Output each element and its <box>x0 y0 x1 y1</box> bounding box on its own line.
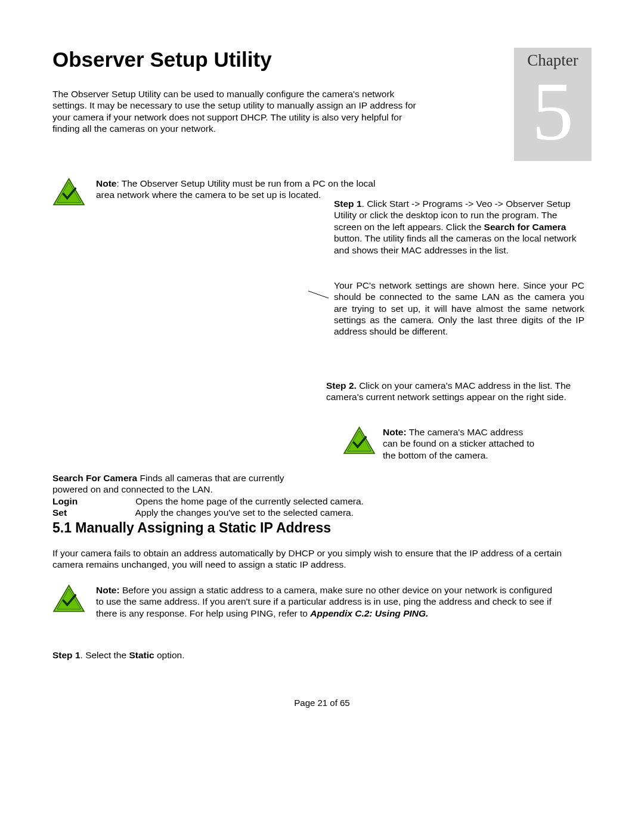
note-2-text: Note: The camera's MAC address can be fo… <box>383 426 538 461</box>
note-2-label: Note: <box>383 427 407 437</box>
page-number: Page 21 of 65 <box>0 698 644 708</box>
def-set-label: Set <box>52 507 133 518</box>
chapter-number: 5 <box>514 70 592 153</box>
def-login-label: Login <box>52 496 133 507</box>
step-1-label: Step 1 <box>334 199 362 209</box>
def-search-label: Search For Camera <box>52 472 137 484</box>
step-1b-bold: Static <box>129 650 154 660</box>
section-5-1-step-1: Step 1. Select the Static option. <box>52 650 184 661</box>
chapter-box: Chapter 5 <box>514 48 592 161</box>
section-5-1-heading: 5.1 Manually Assigning a Static IP Addre… <box>52 520 331 536</box>
pointer-line-icon <box>307 290 331 303</box>
step-1-text-b: button. The utility finds all the camera… <box>334 233 576 255</box>
step-2-label: Step 2. <box>326 380 357 391</box>
step-2-paragraph: Step 2. Click on your camera's MAC addre… <box>326 380 577 403</box>
def-set-text: Apply the changes you've set to the sele… <box>135 507 354 518</box>
page-title: Observer Setup Utility <box>52 48 490 72</box>
warning-icon <box>52 178 85 209</box>
step-1-bold-mid: Search for Camera <box>484 222 566 232</box>
step-1b-text-b: option. <box>154 650 185 660</box>
note-3-appendix-ref: Appendix C.2: Using PING. <box>310 608 428 618</box>
def-search-text-b: powered on and connected to the LAN. <box>52 484 494 495</box>
step-2-text: Click on your camera's MAC address in th… <box>326 380 571 402</box>
step-1b-label: Step 1 <box>52 650 80 660</box>
note-1-body: : The Observer Setup Utility must be run… <box>96 178 375 200</box>
note-3-label: Note: <box>96 585 120 595</box>
intro-paragraph: The Observer Setup Utility can be used t… <box>52 88 416 135</box>
note-1-label: Note <box>96 178 116 188</box>
pc-settings-paragraph: Your PC's network settings are shown her… <box>334 280 584 337</box>
warning-icon <box>52 584 85 616</box>
step-1b-text-a: . Select the <box>80 650 129 660</box>
warning-icon <box>343 426 376 458</box>
note-1-text: Note: The Observer Setup Utility must be… <box>96 178 394 201</box>
section-5-1-intro: If your camera fails to obtain an addres… <box>52 547 577 571</box>
svg-line-2 <box>308 291 329 298</box>
note-3-text: Note: Before you assign a static address… <box>96 584 561 619</box>
step-1-paragraph: Step 1. Click Start -> Programs -> Veo -… <box>334 198 584 256</box>
def-login-text: Opens the home page of the currently sel… <box>135 496 364 506</box>
def-search-text-a: Finds all cameras that are currently <box>140 473 284 483</box>
definitions-block: Search For Camera Finds all cameras that… <box>52 472 494 519</box>
